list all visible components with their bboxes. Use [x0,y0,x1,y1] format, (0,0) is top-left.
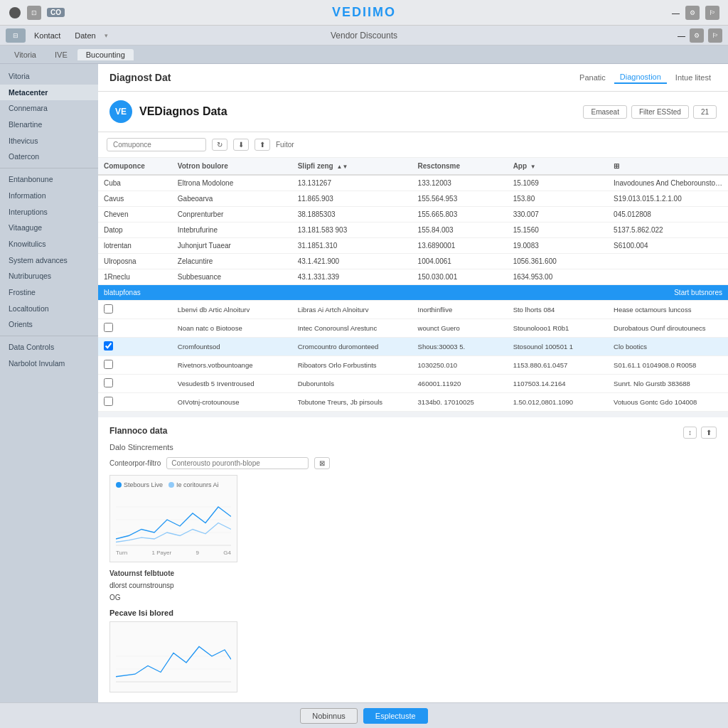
confirm-button[interactable]: Esplectuste [363,708,428,724]
sidebar-item-data-controls[interactable]: Data Controls [0,339,98,355]
col-resct[interactable]: Resctonsme [412,158,508,175]
sidebar-item-vitaaguge[interactable]: Vitaaguge [0,220,98,236]
sidebar-item-system-advances[interactable]: System advances [0,252,98,269]
sidebar-item-orients[interactable]: Orients [0,316,98,333]
chart-1: Stebours Live Ie coritounrs Ai [109,475,237,562]
sub-action-2[interactable]: ⬆ [701,427,717,439]
form-input[interactable] [166,457,309,469]
table-row[interactable]: Datop Intebrufurine 13.181.583 903 155.8… [98,223,728,238]
sidebar-item-ithevicus[interactable]: Ithevicus [0,133,98,149]
bottom-bar: Nobinnus Esplectuste [0,702,728,728]
expand-btn[interactable]: Emaseat [583,105,626,119]
sidebar-item-interuptions[interactable]: Interuptions [0,204,98,220]
cell-col6: S19.013.015.1.2.1.00 [608,191,728,207]
cell-col5: 15.1560 [508,223,608,238]
cell-col2: Juhonjurt Tuaear [172,238,292,254]
cell-col2: Subbesuance [172,269,292,285]
col-slipfi[interactable]: Slipfi zeng ▲▼ [292,158,412,175]
detail-row[interactable]: Cromfountsod Cromcountro duromonteed Sho… [98,338,728,356]
table-row[interactable]: Cheven Conprenturber 38.1885303 155.665.… [98,207,728,223]
tab-bucounting[interactable]: Bucounting [77,49,134,60]
download-icon[interactable]: ⬇ [233,139,249,151]
sidebar-item-connemara[interactable]: Connemara [0,100,98,117]
col-comuponce[interactable]: Comuponce [98,158,172,175]
sidebar-item-localtoution[interactable]: Localtoution [0,301,98,317]
sidebar-item-metacenter[interactable]: Metacenter [0,85,98,101]
header-tab-diagnostion[interactable]: Diagnostion [614,71,667,84]
col-grid[interactable]: ⊞ [608,158,728,175]
menu-daten[interactable]: Daten [69,30,101,41]
checkbox[interactable] [104,360,113,369]
sub-form: Conteorpor-filtro ⊠ [109,457,717,469]
detail-col2: Tobutone Treurs, Jb pirsouls [292,393,412,412]
filter-btn[interactable]: Filter ESSted [631,105,689,119]
sidebar-item-entanbonune[interactable]: Entanbonune [0,171,98,188]
detail-col2: Cromcountro duromonteed [292,338,412,356]
detail-col3: 1030250.010 [412,356,508,375]
sub-form-row-1: Vatournst felbtuote [109,569,717,577]
sidebar-item-knowitulics[interactable]: Knowitulics [0,236,98,252]
menu-settings-icon[interactable]: ⚙ [690,28,704,43]
table-row[interactable]: Cuba Eltrona Modolone 13.131267 133.1200… [98,175,728,191]
detail-col7: Hease octamours luncoss [608,301,728,319]
menu-bar-right: — ⚙ 🏳 [678,28,722,43]
detail-row[interactable]: Lbenvi db Artic Alnoiturv Libras Ai Artc… [98,301,728,319]
page-header-right: Panatic Diagnostion Intue litest [574,71,717,84]
col-app[interactable]: App ▼ [508,158,608,175]
tab-ive[interactable]: IVE [46,49,76,60]
table-row[interactable]: Ulroposna Zelacuntire 43.1.421.900 1004.… [98,254,728,269]
upload-icon[interactable]: ⬆ [255,139,270,151]
checkbox[interactable] [104,378,113,387]
header-tab-panatic[interactable]: Panatic [574,72,611,83]
cell-col1: Cuba [98,175,172,191]
ve-avatar: VE [109,100,132,123]
sidebar-item-blenartine[interactable]: Blenartine [0,117,98,133]
filter-label: Fuitor [276,141,294,149]
detail-col8: Clo bootics [608,338,728,356]
detail-row[interactable]: Noan natc o Biotoose Intec Conorounsl Ar… [98,319,728,338]
menu-icon[interactable]: ⊟ [6,28,26,43]
detail-col4: Sto lhorts 084 [508,301,608,319]
number-btn[interactable]: 21 [693,105,717,119]
tab-vitoria[interactable]: Vitoria [6,49,45,60]
header-tab-intue[interactable]: Intue litest [670,72,717,83]
cell-col3: 31.1851.310 [292,238,412,254]
svg-point-0 [9,7,21,18]
checkbox[interactable] [104,323,113,332]
refresh-icon[interactable]: ↻ [212,139,228,151]
flag-icon[interactable]: 🏳 [705,6,719,20]
detail-check[interactable] [98,301,172,319]
cancel-button[interactable]: Nobinnus [300,708,357,724]
sidebar-item-oatercon[interactable]: Oatercon [0,149,98,165]
table-row[interactable]: lotrentan Juhonjurt Tuaear 31.1851.310 1… [98,238,728,254]
page-title: Diagnost Dat [109,72,171,83]
sub-action-1[interactable]: ↕ [683,427,697,439]
cell-col2: Conprenturber [172,207,292,223]
sidebar-item-nutriburuqes[interactable]: Nutriburuqes [0,268,98,284]
cell-col4: 155.84.003 [412,223,508,238]
col-votron[interactable]: Votron boulore [172,158,292,175]
checkbox[interactable] [104,304,113,314]
sidebar-item-narbolot[interactable]: Narbolot Invulam [0,355,98,372]
checkbox[interactable] [104,341,113,350]
menu-flag-icon[interactable]: 🏳 [708,28,722,43]
apple-icon [9,6,21,19]
detail-col1: OIVotnj-crotounouse [172,393,292,412]
cell-col3: 13.181.583 903 [292,223,412,238]
nav-tabs: Vitoria IVE Bucounting [0,46,728,64]
form-btn[interactable]: ⊠ [314,457,330,469]
detail-row[interactable]: OIVotnj-crotounouse Tobutone Treurs, Jb … [98,393,728,412]
sidebar-item-information[interactable]: Information [0,188,98,204]
sidebar-item-frostine[interactable]: Frostine [0,284,98,301]
checkbox[interactable] [104,397,113,406]
table-row[interactable]: Cavus Gabeoarva 11.865.903 155.564.953 1… [98,191,728,207]
table-row[interactable]: 1Rneclu Subbesuance 43.1.331.339 150.030… [98,269,728,285]
detail-row[interactable]: Vesudestb 5 Irventroused Duboruntols 460… [98,375,728,393]
search-input[interactable] [107,138,206,151]
sidebar-item-vitoria[interactable]: Vitoria [0,68,98,85]
screen-icon[interactable]: ⊡ [27,6,41,20]
menu-kontact[interactable]: Kontact [28,30,66,41]
detail-row[interactable]: Rivetnors.votbountoange Riboators Orlo F… [98,356,728,375]
settings-icon[interactable]: ⚙ [685,6,700,20]
selected-row-header[interactable]: blatupfonas Start butsnores [98,285,728,301]
